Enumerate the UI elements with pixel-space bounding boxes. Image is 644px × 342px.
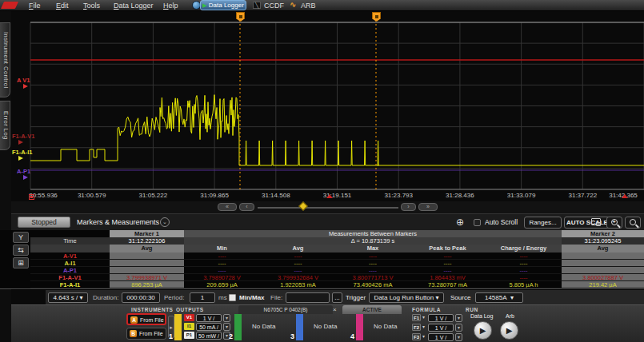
scroll-handle[interactable] bbox=[298, 201, 307, 210]
formula-scale-dropdown-icon[interactable]: ▾ bbox=[455, 333, 462, 341]
channel-scale-dropdown-icon[interactable]: ▾ bbox=[223, 323, 230, 331]
marker-flag-dot bbox=[375, 15, 378, 18]
formula-scale-dropdown-icon[interactable]: ▾ bbox=[455, 324, 462, 332]
instrument-a-button[interactable]: AFrom File bbox=[126, 313, 166, 325]
measurements-table: Y ⇆ ⊞ Marker 1 Measurements Between Mark… bbox=[0, 230, 644, 289]
channel-scale-p1[interactable]: 50 mW / bbox=[196, 332, 222, 340]
col-header-ptp: Peak to Peak bbox=[410, 245, 486, 253]
cell-charge: ---- bbox=[486, 267, 562, 274]
formula-scale-dropdown-icon[interactable]: ▾ bbox=[455, 314, 462, 322]
file-browse-button[interactable]: ... bbox=[332, 292, 342, 303]
minmax-label: Min/Max bbox=[239, 294, 265, 301]
col-header-charge: Charge / Energy bbox=[486, 245, 562, 253]
instruments-header: INSTRUMENTS bbox=[131, 307, 173, 312]
panel-title: Markers & Measurements bbox=[77, 218, 159, 226]
cell-min: ---- bbox=[184, 267, 260, 274]
instrument-tab[interactable]: N6705C P 0402(B) bbox=[238, 305, 333, 314]
waveform-chart[interactable]: A V1F1-A-V1F1-A-I1A-P1 30:55.93631:00.57… bbox=[11, 11, 644, 201]
screenshot-button[interactable] bbox=[590, 217, 604, 229]
x-tick: 31:00.579 bbox=[78, 192, 106, 199]
formula-badge-f1[interactable]: F1 bbox=[412, 314, 421, 321]
output2-nodata: No Data bbox=[252, 323, 275, 330]
col-header-avg: Avg bbox=[260, 245, 336, 253]
cell-max: ---- bbox=[336, 253, 410, 260]
scroll-track[interactable] bbox=[258, 207, 398, 209]
trace-tag-f1-a-v1: F1-A-V1 bbox=[12, 133, 34, 140]
trace-tag-a-v1: A V1 bbox=[17, 77, 30, 84]
formula-badge-f3[interactable]: F3 bbox=[412, 333, 421, 340]
trace-arrow-icon bbox=[18, 156, 23, 161]
duration-value[interactable]: 000:00:30 bbox=[122, 292, 160, 303]
cell-ptp: ---- bbox=[410, 253, 486, 260]
cell-avg: 3.799932684 V bbox=[260, 274, 336, 281]
ranges-button[interactable]: Ranges... bbox=[524, 217, 562, 229]
crosshair-icon[interactable]: ⊕ bbox=[456, 217, 464, 228]
tab-close-icon[interactable]: × bbox=[333, 306, 337, 313]
datalog-run-label: Data Log bbox=[470, 313, 493, 319]
channel-scale-v1[interactable]: 1 V / bbox=[196, 314, 222, 322]
event-indicator-icon bbox=[622, 194, 628, 198]
datalog-run-button[interactable]: ▶ bbox=[474, 321, 492, 340]
source-select[interactable]: 14585A ▾ bbox=[475, 292, 523, 303]
cell-marker2-avg bbox=[562, 253, 644, 260]
formula-chevron-icon[interactable]: ▾ bbox=[422, 324, 425, 329]
zoom-out-button[interactable] bbox=[625, 217, 641, 229]
formula-chevron-icon[interactable]: ▾ bbox=[422, 333, 425, 339]
formula-scale-f1[interactable]: 1 V / bbox=[428, 314, 454, 322]
arb-run-label: Arb bbox=[506, 313, 514, 319]
scroll-fast-right-button[interactable]: » bbox=[418, 203, 438, 211]
output3-nodata: No Data bbox=[314, 323, 337, 330]
acquisition-state-button[interactable]: Stopped bbox=[18, 217, 70, 228]
marker-tool-icon[interactable]: Y bbox=[13, 232, 29, 243]
channel-scale-i1[interactable]: 50 mA / bbox=[196, 323, 222, 331]
record-indicator-icon bbox=[29, 194, 34, 200]
panel-collapse-button[interactable]: ⌄ bbox=[160, 217, 170, 227]
scroll-fast-left-button[interactable]: « bbox=[218, 203, 237, 211]
output4-number: 4 bbox=[350, 332, 354, 340]
scroll-left-button[interactable]: ‹ bbox=[239, 203, 254, 211]
marker1-header[interactable]: Marker 1 bbox=[110, 230, 184, 237]
trigger-select[interactable]: Data Log Run Button ▾ bbox=[369, 292, 444, 303]
scroll-right-button[interactable]: › bbox=[401, 203, 416, 211]
cell-min: 3.79890728 V bbox=[184, 274, 260, 281]
marker-pair-icon[interactable]: ⇆ bbox=[13, 245, 29, 256]
row-label: A-P1 bbox=[30, 267, 110, 274]
marker2-header[interactable]: Marker 2 bbox=[562, 230, 644, 237]
formula-scale-f2[interactable]: 1 V / bbox=[428, 324, 454, 332]
cell-max: ---- bbox=[336, 267, 410, 274]
formula-badge-f2[interactable]: F2 bbox=[412, 324, 421, 331]
output4-bar bbox=[356, 314, 363, 340]
file-input[interactable] bbox=[286, 292, 330, 303]
instrument-b-badge: B bbox=[130, 330, 137, 337]
cell-charge: ---- bbox=[486, 253, 562, 260]
output2-bar bbox=[234, 314, 242, 340]
cell-marker1-avg bbox=[110, 253, 184, 260]
auto-scroll-checkbox[interactable] bbox=[474, 219, 481, 226]
delta-value: Δ = 10.873139 s bbox=[184, 237, 562, 245]
output1-number: 1 bbox=[169, 332, 173, 340]
cell-marker1-avg: 3.799938971 V bbox=[110, 274, 184, 281]
period-input[interactable]: 1 bbox=[190, 292, 215, 303]
minmax-checkbox[interactable] bbox=[229, 294, 236, 301]
grid-view-icon[interactable]: ⊞ bbox=[13, 257, 29, 268]
channel-scale-dropdown-icon[interactable]: ▾ bbox=[223, 314, 230, 322]
cell-avg: ---- bbox=[260, 260, 336, 267]
channel-badge-p1: P1 bbox=[184, 332, 194, 339]
cell-ptp: 73.280767 mA bbox=[410, 281, 486, 288]
event-indicator-icon bbox=[326, 194, 333, 198]
marker2-time: 31:23.095245 bbox=[562, 237, 644, 245]
output1-bar bbox=[174, 314, 182, 340]
instrument-b-button[interactable]: BFrom File bbox=[126, 328, 166, 340]
row-label: F1-A-V1 bbox=[30, 274, 110, 281]
formula-chevron-icon[interactable]: ▾ bbox=[422, 314, 425, 320]
active-tab[interactable]: ACTIVE bbox=[342, 305, 402, 314]
cell-charge: 5.805 µA h bbox=[486, 281, 562, 288]
channel-badge-i1: I1 bbox=[184, 323, 194, 330]
arb-run-button[interactable]: ▶ bbox=[500, 321, 518, 340]
chart-scrollbar: « ‹ › » bbox=[11, 201, 644, 213]
instrument-panel: INSTRUMENTS AFrom File BFrom File ▸ OUTP… bbox=[11, 304, 644, 342]
col-header-max: Max bbox=[336, 245, 410, 253]
timebase-select[interactable]: 4.643 s / ▾ bbox=[48, 292, 88, 303]
formula-scale-f3[interactable]: 1 V / bbox=[428, 333, 454, 341]
zoom-in-button[interactable]: + bbox=[606, 217, 622, 229]
